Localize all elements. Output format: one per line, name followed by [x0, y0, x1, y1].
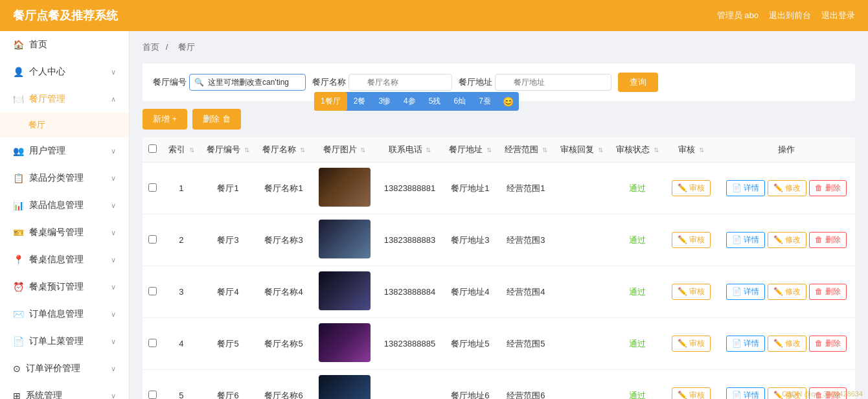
col-audit: 审核 ⇅ [665, 137, 717, 163]
edit-button[interactable]: ✏️ 修改 [768, 387, 806, 399]
autocomplete-item-5[interactable]: 6灿 [447, 92, 472, 111]
search-input-code[interactable] [189, 74, 306, 91]
sidebar-item-restaurant[interactable]: 餐厅 [0, 113, 129, 137]
delete-button[interactable]: 🗑 删除 [809, 336, 846, 352]
sidebar-item-menu-category[interactable]: 📋 菜品分类管理 ∨ [0, 165, 129, 192]
audit-button[interactable]: ✏️ 审核 [672, 284, 711, 300]
search-bar: 餐厅编号 🔍 餐厅名称 🔍 餐厅地址 🔍 查询 [143, 63, 855, 101]
autocomplete-emoji[interactable]: 😊 [497, 93, 519, 111]
sidebar-item-table-code[interactable]: 🎫 餐桌编号管理 ∨ [0, 219, 129, 246]
ticket-icon: 🎫 [13, 227, 24, 238]
row-checkbox[interactable] [148, 183, 157, 192]
breadcrumb-home[interactable]: 首页 [143, 42, 159, 52]
delete-button[interactable]: 🗑 删除 [809, 232, 846, 248]
sidebar-item-label: 个人中心 [29, 66, 65, 78]
sort-icon-audit-status[interactable]: ⇅ [654, 146, 659, 154]
col-index: 索引 ⇅ [163, 137, 201, 163]
batch-delete-button[interactable]: 删除 🗑 [192, 109, 241, 130]
chevron-down-icon: ∨ [111, 337, 116, 346]
audit-button[interactable]: ✏️ 审核 [672, 336, 711, 352]
detail-button[interactable]: 📄 详情 [726, 336, 765, 352]
cell-audit-reply [554, 163, 610, 214]
sidebar-item-home[interactable]: 🏠 首页 [0, 31, 129, 58]
sort-icon-index[interactable]: ⇅ [189, 146, 194, 154]
autocomplete-item-2[interactable]: 3惨 [372, 92, 397, 111]
cell-index: 3 [163, 266, 201, 318]
col-scope: 经营范围 ⇅ [498, 137, 554, 163]
cell-code: 餐厅4 [200, 266, 256, 318]
detail-button[interactable]: 📄 详情 [726, 284, 765, 300]
sort-icon-audit-reply[interactable]: ⇅ [598, 146, 603, 154]
sidebar-item-menu-info[interactable]: 📊 菜品信息管理 ∨ [0, 192, 129, 219]
search-input-name[interactable] [348, 74, 452, 91]
col-operation: 操作 [717, 137, 855, 163]
sort-icon-name[interactable]: ⇅ [300, 146, 305, 154]
logout-link[interactable]: 退出登录 [821, 10, 855, 21]
sort-icon-phone[interactable]: ⇅ [426, 146, 431, 154]
col-code: 餐厅编号 ⇅ [200, 137, 256, 163]
edit-button[interactable]: ✏️ 修改 [768, 284, 806, 300]
detail-button[interactable]: 📄 详情 [726, 232, 765, 248]
edit-button[interactable]: ✏️ 修改 [768, 180, 806, 196]
autocomplete-item-1[interactable]: 2餐 [347, 92, 372, 111]
sidebar-item-restaurant-mgmt[interactable]: 🍽️ 餐厅管理 ∧ [0, 86, 129, 113]
sidebar-item-table-info[interactable]: 📍 餐桌信息管理 ∨ [0, 246, 129, 273]
sort-icon-code[interactable]: ⇅ [244, 146, 249, 154]
autocomplete-item-3[interactable]: 4参 [397, 92, 422, 111]
delete-button[interactable]: 🗑 删除 [809, 387, 846, 399]
cell-code: 餐厅1 [200, 163, 256, 214]
audit-button[interactable]: ✏️ 审核 [672, 232, 711, 248]
chevron-down-icon: ∨ [111, 174, 116, 183]
autocomplete-item-4[interactable]: 5残 [422, 92, 448, 111]
cell-operation: 📄 详情 ✏️ 修改 🗑 删除 [717, 370, 855, 400]
row-checkbox[interactable] [148, 287, 157, 295]
sidebar-item-label: 餐桌编号管理 [29, 227, 84, 238]
chevron-down-icon: ∨ [111, 365, 116, 373]
sort-icon-address[interactable]: ⇅ [486, 146, 492, 154]
sidebar-item-system[interactable]: ⊞ 系统管理 ∨ [0, 382, 129, 399]
chevron-down-icon: ∨ [111, 283, 116, 291]
cell-audit: ✏️ 审核 [665, 266, 717, 318]
cell-address: 餐厅地址1 [442, 163, 498, 214]
location-icon: 📍 [13, 255, 24, 265]
app-header: 餐厅点餐及推荐系统 管理员 abo 退出到前台 退出登录 [0, 0, 868, 31]
audit-button[interactable]: ✏️ 审核 [672, 180, 711, 196]
sort-icon-audit[interactable]: ⇅ [699, 146, 704, 154]
audit-button[interactable]: ✏️ 审核 [672, 387, 711, 399]
detail-button[interactable]: 📄 详情 [726, 180, 765, 196]
breadcrumb-current: 餐厅 [178, 42, 195, 52]
sidebar-item-profile[interactable]: 👤 个人中心 ∨ [0, 58, 129, 86]
table-row: 3 餐厅4 餐厅名称4 13823888884 餐厅地址4 经营范围4 通过 ✏… [143, 266, 855, 318]
autocomplete-item-6[interactable]: 7蚕 [472, 92, 497, 111]
back-frontend-link[interactable]: 退出到前台 [769, 10, 811, 21]
cell-scope: 经营范围4 [498, 266, 554, 318]
search-button[interactable]: 查询 [618, 73, 658, 92]
cell-audit-reply [554, 370, 610, 400]
cell-image [312, 370, 377, 400]
row-checkbox[interactable] [148, 339, 157, 347]
search-input-address[interactable] [495, 74, 611, 91]
select-all-checkbox[interactable] [148, 144, 157, 153]
edit-button[interactable]: ✏️ 修改 [768, 336, 806, 352]
detail-button[interactable]: 📄 详情 [726, 387, 765, 399]
cell-image [312, 266, 377, 318]
row-checkbox[interactable] [148, 235, 157, 244]
col-checkbox [143, 137, 163, 163]
sort-icon-scope[interactable]: ⇅ [542, 146, 547, 154]
delete-button[interactable]: 🗑 删除 [809, 284, 846, 300]
sidebar-item-order-review[interactable]: ⊙ 订单评价管理 ∨ [0, 355, 129, 382]
delete-button[interactable]: 🗑 删除 [809, 180, 846, 196]
sidebar-item-reservation[interactable]: ⏰ 餐桌预订管理 ∨ [0, 273, 129, 301]
row-checkbox[interactable] [148, 391, 157, 399]
edit-button[interactable]: ✏️ 修改 [768, 232, 806, 248]
sidebar-item-order-info[interactable]: ✉️ 订单信息管理 ∨ [0, 301, 129, 328]
sidebar-item-label: 用户管理 [29, 145, 65, 157]
sort-icon-image[interactable]: ⇅ [360, 146, 365, 154]
add-button[interactable]: 新增 + [143, 109, 187, 130]
sidebar-item-order-dish[interactable]: 📄 订单上菜管理 ∨ [0, 328, 129, 355]
sidebar-item-user-mgmt[interactable]: 👥 用户管理 ∨ [0, 137, 129, 165]
cell-name: 餐厅名称3 [256, 214, 312, 266]
cell-code: 餐厅3 [200, 214, 256, 266]
autocomplete-item-0[interactable]: 1餐厅 [314, 92, 347, 111]
col-image: 餐厅图片 ⇅ [312, 137, 377, 163]
